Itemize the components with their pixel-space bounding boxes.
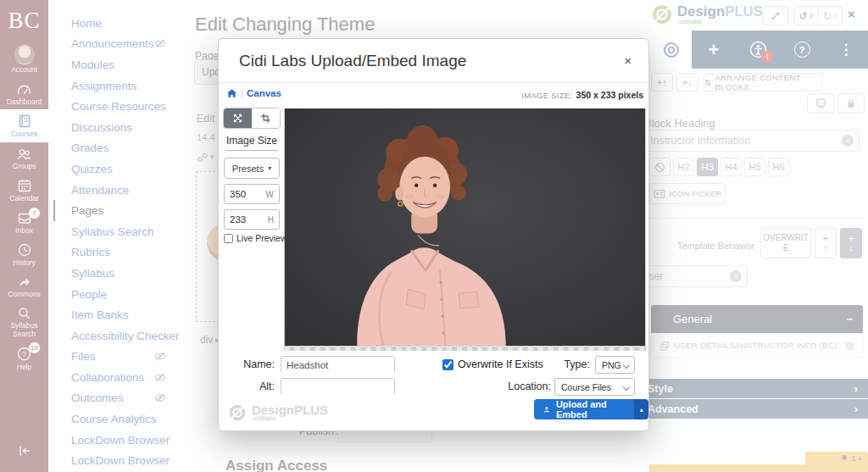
alt-input[interactable] [281,380,394,396]
close-icon: × [624,53,632,68]
move-arrows-icon [232,113,243,124]
close-modal-button[interactable]: × [624,53,632,68]
modal-header: Cidi Labs Upload/Embed Image × [219,39,648,83]
height-unit: H [268,215,274,225]
caret-up-icon: ▴ [640,406,643,414]
type-select[interactable]: PNG [595,356,635,374]
crop-icon [260,113,271,124]
designplus-watermark-icon [228,403,247,422]
upload-and-embed-split-button: Upload and Embed ▴ [534,399,648,419]
live-preview-toggle[interactable]: Live Preview [224,233,287,243]
image-size-section-label: Image Size [223,132,281,151]
width-field: W [224,184,280,204]
upload-embed-image-modal: Cidi Labs Upload/Embed Image × | Canvas … [218,38,649,431]
type-label: Type: [559,358,590,370]
alt-label: Alt: [225,380,275,392]
width-input[interactable] [230,189,259,199]
designplus-watermark: DesignPLUS cidilabs [228,403,328,422]
upload-icon [542,404,551,414]
name-label: Name: [225,358,275,370]
location-label: Location: [495,380,551,392]
name-input[interactable] [281,358,394,374]
screen: Edit Changing Theme Page Title Update Ed… [0,0,868,472]
breadcrumb: | Canvas [226,88,281,98]
caret-down-icon: ▾ [268,164,271,172]
overwrite-toggle[interactable]: Overwrite If Exists [442,358,543,370]
width-unit: W [266,190,274,199]
image-tool-toggle [223,108,281,129]
breadcrumb-separator: | [241,88,243,98]
breadcrumb-canvas-link[interactable]: Canvas [247,88,281,98]
live-preview-checkbox[interactable] [224,234,233,243]
image-size-readout: IMAGE SIZE: 350 x 233 pixels [521,90,643,100]
name-field [281,356,395,374]
height-field: H [224,209,280,230]
crop-mode-button[interactable] [252,108,280,128]
resize-mode-button[interactable] [224,108,252,128]
upload-options-caret-button[interactable]: ▴ [634,399,648,419]
upload-and-embed-button[interactable]: Upload and Embed [534,399,634,419]
headshot-preview [284,108,646,351]
home-icon[interactable] [226,88,237,98]
location-select[interactable]: Course Files [554,378,635,396]
alt-field [281,378,395,396]
height-input[interactable] [230,214,259,225]
modal-title: Cidi Labs Upload/Embed Image [239,52,466,70]
presets-dropdown[interactable]: Presets ▾ [224,158,280,179]
overwrite-checkbox[interactable] [442,359,453,370]
